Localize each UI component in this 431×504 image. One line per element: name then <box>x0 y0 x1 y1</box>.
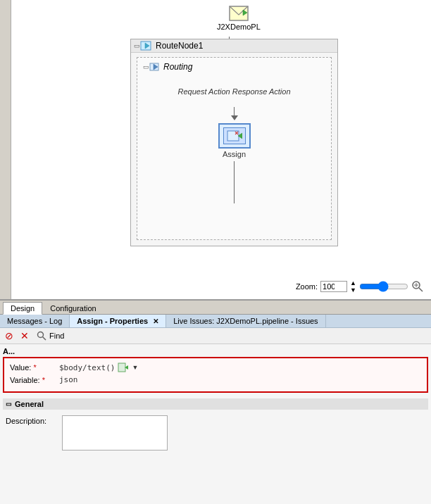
tab-live-issues[interactable]: Live Issues: J2XDemoPL.pipeline - Issues <box>166 315 325 327</box>
find-label: Find <box>49 332 64 340</box>
arrow-to-assign <box>140 107 328 120</box>
j2x-label: J2XDemoPL <box>217 23 261 31</box>
assign-props-box: Value: * $body/text() ▼ <box>3 357 428 393</box>
main-container: J2XDemoPL ▭ RouteNode1 ▭ <box>0 0 431 504</box>
general-collapse-icon[interactable]: ▭ <box>6 401 12 408</box>
props-content: A... Value: * $body/text() <box>0 344 431 504</box>
description-label: Description: <box>6 415 62 425</box>
route-node-box: ▭ RouteNode1 ▭ Routing Req <box>130 39 338 246</box>
general-label: General <box>15 400 44 408</box>
svg-rect-16 <box>118 363 125 372</box>
tab-messages-log[interactable]: Messages - Log <box>0 315 70 327</box>
tab-assign-properties[interactable]: Assign - Properties ✕ <box>70 315 166 327</box>
value-row: Value: * $body/text() ▼ <box>10 363 421 372</box>
routing-collapse-icon[interactable]: ▭ <box>143 63 149 70</box>
assign-icon <box>227 130 242 142</box>
value-required: * <box>33 363 36 372</box>
variable-label: Variable: * <box>10 376 59 384</box>
req-resp-label: Request Action Response Action <box>140 87 328 96</box>
section-a-label: A... <box>3 347 428 355</box>
toolbar-row: ⊘ ✕ Find <box>0 328 431 344</box>
j2x-icon <box>229 6 249 21</box>
variable-required: * <box>42 376 45 384</box>
bottom-panel: Design Configuration Messages - Log Assi… <box>0 300 431 504</box>
zoom-slider[interactable] <box>359 281 408 292</box>
tab-assign-close-icon[interactable]: ✕ <box>153 317 158 325</box>
svg-line-15 <box>43 337 46 341</box>
route-collapse-icon[interactable]: ▭ <box>134 42 140 49</box>
arrow-line-3 <box>234 161 235 203</box>
description-row: Description: <box>3 412 428 453</box>
minus-icon[interactable]: ✕ <box>18 329 31 342</box>
value-text: $body/text() <box>59 363 115 372</box>
routing-label: Routing <box>163 62 192 72</box>
tab-design[interactable]: Design <box>3 302 42 315</box>
value-edit-icon[interactable] <box>118 363 129 372</box>
route-icon <box>140 41 151 51</box>
description-textarea[interactable] <box>62 415 168 451</box>
content-tabs-row: Messages - Log Assign - Properties ✕ Liv… <box>0 315 431 328</box>
panel-tabs-row: Design Configuration <box>0 301 431 315</box>
assign-box[interactable] <box>218 123 251 149</box>
value-label: Value: * <box>10 363 59 372</box>
line-below-assign <box>140 161 328 203</box>
canvas-area: J2XDemoPL ▭ RouteNode1 ▭ <box>0 0 431 300</box>
value-content-area: $body/text() ▼ <box>59 363 138 372</box>
value-dropdown-icon[interactable]: ▼ <box>132 364 138 371</box>
zoom-label: Zoom: <box>296 282 318 291</box>
svg-point-14 <box>38 332 44 338</box>
assign-node[interactable]: Assign <box>140 123 328 158</box>
variable-value: json <box>59 375 78 384</box>
svg-line-11 <box>419 288 423 291</box>
left-sidebar <box>0 0 11 299</box>
general-section: ▭ General Description: <box>3 398 428 453</box>
arrow-line-2 <box>234 107 235 115</box>
assign-box-inner <box>223 127 246 144</box>
zoom-bar: Zoom: ▲▼ <box>296 279 424 294</box>
assign-label: Assign <box>223 150 246 158</box>
arrow-head-2 <box>231 115 238 120</box>
zoom-input[interactable] <box>320 281 347 292</box>
general-section-header: ▭ General <box>3 398 428 410</box>
routing-box: ▭ Routing Request Action Response Action <box>137 57 332 240</box>
route-node-title: RouteNode1 <box>156 41 203 51</box>
j2x-node[interactable]: J2XDemoPL <box>217 6 261 31</box>
no-icon[interactable]: ⊘ <box>3 329 15 342</box>
tab-configuration[interactable]: Configuration <box>42 302 104 314</box>
routing-header: ▭ Routing <box>140 61 328 73</box>
route-node-header: ▭ RouteNode1 <box>131 39 337 53</box>
search-icon <box>37 331 46 341</box>
variable-row: Variable: * json <box>10 375 421 384</box>
routing-icon <box>149 63 159 71</box>
zoom-up-icon[interactable]: ▲▼ <box>350 279 356 294</box>
zoom-fit-icon[interactable] <box>411 280 424 293</box>
